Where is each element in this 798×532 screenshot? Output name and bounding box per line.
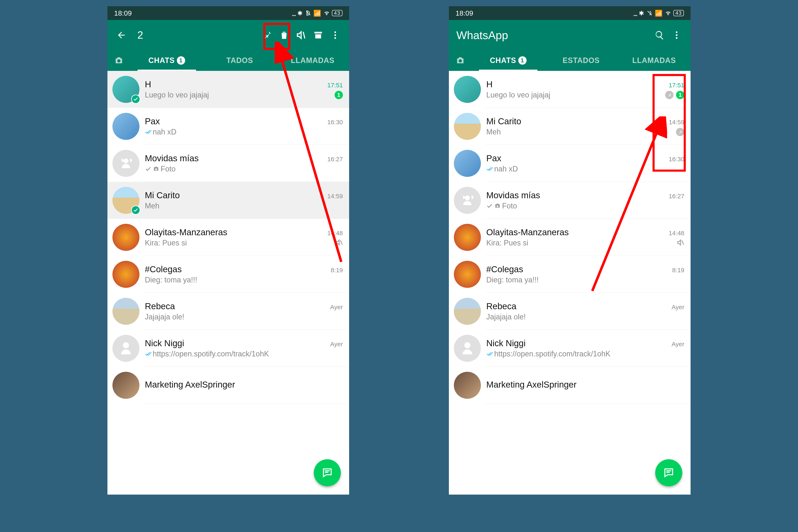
battery: 43 [332,10,342,16]
chat-row[interactable]: Mi Carito 14:59 Meh [449,108,690,145]
tab-chats[interactable]: CHATS1 [130,50,203,71]
chat-row[interactable]: Mi Carito 14:59 Meh [108,182,349,219]
chat-time: 16:27 [669,193,684,200]
chat-row[interactable]: Marketing AxelSpringer [108,367,349,404]
chat-time: Ayer [330,304,343,311]
avatar[interactable] [454,372,481,399]
chat-list: H 17:51 Luego lo veo jajajaj 1 Mi Carito… [449,71,690,404]
svg-point-6 [676,37,678,39]
chat-row[interactable]: Rebeca Ayer Jajajaja ole! [449,293,690,330]
chat-name: Olayitas-Manzaneras [145,227,227,237]
status-icons: ... ✱ 📶 43 [291,8,342,18]
avatar[interactable] [112,372,139,399]
chat-name: Marketing AxelSpringer [145,380,235,390]
chat-row[interactable]: Movidas mías 16:27 Foto [449,182,690,219]
chat-row[interactable]: Marketing AxelSpringer [449,367,690,404]
chat-time: 17:51 [327,82,343,89]
avatar[interactable] [454,224,481,251]
tab-estados[interactable]: ESTADOS [545,50,618,71]
svg-point-2 [335,37,336,39]
search-button[interactable] [652,28,667,42]
avatar[interactable] [454,187,481,214]
chat-preview: Dieg: toma ya!!! [145,276,340,284]
statusbar: 18:09 ... ✱ 📶 43 [449,6,690,20]
tab-llamadas[interactable]: LLAMADAS [618,50,690,71]
tabs: CHATS1 ESTADOS LLAMADAS [449,50,690,71]
chat-name: H [486,79,493,89]
new-chat-fab[interactable] [655,459,682,486]
tab-estados[interactable]: TADOS [203,50,276,71]
avatar[interactable] [454,113,481,140]
camera-tab[interactable] [108,56,130,65]
chat-row[interactable]: Nick Niggi Ayer https://open.spotify.com… [449,330,690,367]
avatar[interactable] [112,76,139,103]
avatar[interactable] [454,76,481,103]
chat-preview: Meh [145,202,340,210]
tabs: CHATS1 TADOS LLAMADAS [108,50,349,71]
chat-preview: nah xD [145,128,340,136]
svg-point-0 [335,31,336,33]
tab-chats-label: CHATS [148,56,174,65]
chat-time: Ayer [330,341,343,348]
phone-left: 18:09 ... ✱ 📶 43 2 CHATS1 TADOS LLAMADAS [108,6,349,495]
avatar[interactable] [112,187,139,214]
chat-name: Nick Niggi [145,338,184,348]
chat-name: Rebeca [486,301,516,311]
camera-tab[interactable] [449,56,472,65]
avatar[interactable] [112,298,139,325]
muted-icon [677,239,684,247]
chat-name: Nick Niggi [486,338,526,348]
wifi-icon [324,10,330,16]
chat-row[interactable]: Pax 16:30 nah xD [108,108,349,145]
avatar[interactable] [112,261,139,288]
muted-icon [336,239,343,247]
pin-button[interactable] [260,28,274,42]
chat-row[interactable]: #Colegas 8:19 Dieg: toma ya!!! [108,256,349,293]
mute-button[interactable] [294,28,308,42]
avatar[interactable] [454,335,481,362]
statusbar: 18:09 ... ✱ 📶 43 [108,6,349,20]
unread-badge: 1 [335,91,343,99]
tab-llamadas[interactable]: LLAMADAS [276,50,349,71]
avatar[interactable] [454,150,481,177]
chat-row[interactable]: Olayitas-Manzaneras 14:48 Kira: Pues si [449,219,690,256]
chat-row[interactable]: Pax 16:30 nah xD [449,145,690,182]
chat-row[interactable]: H 17:51 Luego lo veo jajajaj 1 [449,71,690,108]
chat-time: 16:27 [327,156,343,163]
archive-button[interactable] [311,28,325,42]
back-button[interactable] [114,28,129,42]
tab-chats-badge: 1 [518,56,527,64]
menu-button[interactable] [328,28,342,42]
chat-row[interactable]: Nick Niggi Ayer https://open.spotify.com… [108,330,349,367]
status-icons: ... ✱ 📶 43 [633,8,684,18]
chat-row[interactable]: Rebeca Ayer Jajajaja ole! [108,293,349,330]
avatar[interactable] [112,113,139,140]
tab-chats[interactable]: CHATS1 [472,50,545,71]
chat-time: 14:48 [669,230,684,237]
main-appbar: WhatsApp [449,20,690,50]
avatar[interactable] [454,261,481,288]
chat-preview: nah xD [486,165,682,173]
chat-name: Mi Carito [486,116,521,126]
chat-row[interactable]: #Colegas 8:19 Dieg: toma ya!!! [449,256,690,293]
pin-icon [676,128,684,136]
chat-preview: https://open.spotify.com/track/1ohK [486,349,682,358]
new-chat-fab[interactable] [314,459,341,486]
avatar[interactable] [112,335,139,362]
chat-name: Pax [145,116,160,126]
chat-preview: Foto [145,165,340,173]
svg-point-5 [676,34,678,36]
avatar[interactable] [454,298,481,325]
chat-preview: Kira: Pues si [486,239,674,247]
chat-preview: Meh [486,128,673,136]
avatar[interactable] [112,150,139,177]
avatar[interactable] [112,224,139,251]
chat-row[interactable]: H 17:51 Luego lo veo jajajaj 1 [108,71,349,108]
delete-button[interactable] [277,28,291,42]
chat-row[interactable]: Olayitas-Manzaneras 14:48 Kira: Pues si [108,219,349,256]
chat-row[interactable]: Movidas mías 16:27 Foto [108,145,349,182]
menu-button[interactable] [669,28,684,42]
selected-check-icon [131,95,140,104]
chat-preview: Luego lo veo jajajaj [486,91,663,99]
chat-list: H 17:51 Luego lo veo jajajaj 1 Pax 16:30… [108,71,349,404]
